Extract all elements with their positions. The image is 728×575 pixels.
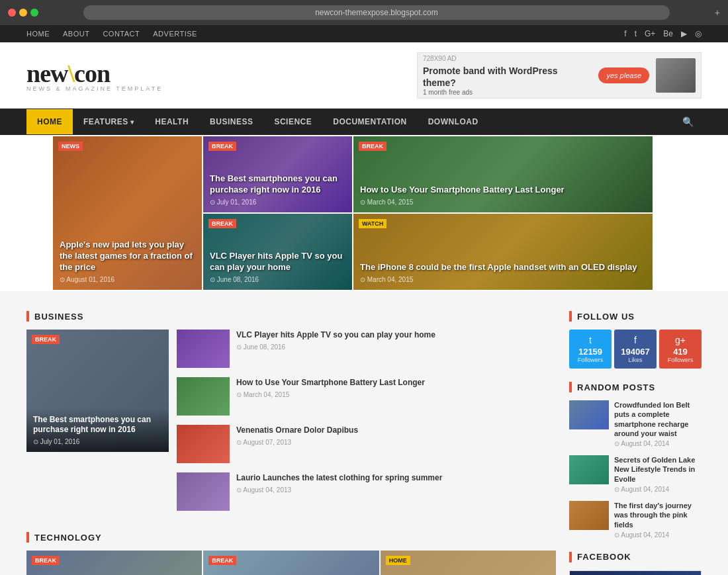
random-posts-title: RANDOM POSTS [577, 382, 655, 392]
follow-buttons: t 12159 Followers f 194067 Likes g+ 419 … [569, 330, 702, 369]
business-item-content-1: How to Use Your Smartphone Battery Last … [236, 377, 556, 416]
hero-badge-3: BREAK [208, 219, 236, 228]
nav-documentation[interactable]: DOCUMENTATION [322, 109, 417, 134]
nav-features[interactable]: FEATURES [73, 109, 144, 134]
random-title-2: The first day's journey was through the … [614, 501, 702, 529]
site-logo[interactable]: new\con NEWS & MAGAZINE TEMPLATE [26, 59, 163, 92]
content-area: BUSINESS BREAK The Best smartphones you … [0, 291, 728, 575]
business-item-title-3: Laurio Launches the latest clothing for … [236, 472, 556, 484]
hero-title-1: The Best smartphones you can purchase ri… [210, 173, 345, 196]
youtube-icon[interactable]: ▶ [681, 29, 687, 38]
business-thumb-1 [177, 377, 230, 416]
follow-section: FOLLOW US t 12159 Followers f 194067 Lik… [569, 311, 702, 369]
business-item-content-0: VLC Player hits Apple TV so you can play… [236, 330, 556, 368]
tech-section-title: TECHNOLOGY [34, 533, 102, 543]
minimize-dot[interactable] [19, 9, 27, 17]
hero-date-2: March 04, 2015 [360, 199, 646, 206]
twitter-label: Followers [572, 357, 609, 363]
hero-item-large[interactable]: NEWS Apple's new ipad lets you play the … [53, 136, 202, 290]
business-item-date-0: June 08, 2016 [236, 343, 556, 351]
facebook-widget-title: FACEBOOK [577, 552, 631, 562]
random-title-0: Crowdfunded Ion Belt puts a complete sma… [614, 400, 702, 438]
facebook-count: 194067 [617, 347, 654, 357]
browser-dots [8, 9, 38, 17]
address-bar[interactable]: newcon-themexpose.blogspot.com [83, 5, 670, 20]
business-list-item-0[interactable]: VLC Player hits Apple TV so you can play… [177, 330, 556, 368]
hero-item-3[interactable]: BREAK VLC Player hits Apple TV so you ca… [203, 214, 352, 290]
hero-date-3: June 08, 2016 [210, 276, 345, 283]
business-list-item-3[interactable]: Laurio Launches the latest clothing for … [177, 472, 556, 511]
hero-badge-2: BREAK [359, 142, 387, 151]
google-label: Followers [662, 357, 699, 363]
nav-science[interactable]: SCIENCE [263, 109, 322, 134]
section-bar-business [26, 311, 29, 322]
hero-overlay-4: The iPhone 8 could be the first Apple ha… [353, 255, 653, 290]
business-featured-item[interactable]: BREAK The Best smartphones you can purch… [26, 330, 169, 520]
hero-overlay-2: How to Use Your Smartphone Battery Last … [353, 178, 653, 212]
top-nav-contact[interactable]: CONTACT [103, 30, 140, 38]
hero-title-3: VLC Player hits Apple TV so you can play… [210, 251, 345, 273]
search-icon[interactable]: 🔍 [674, 109, 702, 135]
new-tab-button[interactable]: + [715, 7, 720, 18]
hero-item-1[interactable]: BREAK The Best smartphones you can purch… [203, 136, 352, 212]
business-section-title: BUSINESS [34, 312, 83, 322]
random-item-0[interactable]: Crowdfunded Ion Belt puts a complete sma… [569, 400, 702, 447]
facebook-icon[interactable]: f [624, 29, 626, 38]
hero-date-1: July 01, 2016 [210, 199, 345, 206]
maximize-dot[interactable] [30, 9, 38, 17]
logo-text: new\con [26, 59, 163, 88]
tech-badge-1: BREAK [208, 556, 236, 565]
ad-size-label: 728X90 AD [423, 55, 592, 62]
random-item-2[interactable]: The first day's journey was through the … [569, 501, 702, 539]
main-navigation: HOME FEATURES HEALTH BUSINESS SCIENCE DO… [0, 109, 728, 135]
top-nav-about[interactable]: ABOUT [63, 30, 89, 38]
close-dot[interactable] [8, 9, 16, 17]
business-thumb-2 [177, 425, 230, 463]
random-item-1[interactable]: Secrets of Golden Lake New Lifestyle Tre… [569, 455, 702, 493]
business-thumb-0 [177, 330, 230, 368]
header-ad-banner[interactable]: 728X90 AD Promote band with WordPress th… [417, 52, 702, 99]
hero-item-4[interactable]: WATCH The iPhone 8 could be the first Ap… [353, 214, 653, 290]
business-featured-date: ⊙ July 01, 2016 [33, 438, 162, 445]
facebook-follow-button[interactable]: f 194067 Likes [614, 330, 657, 369]
business-item-title-1: How to Use Your Smartphone Battery Last … [236, 377, 556, 388]
logo-tagline: NEWS & MAGAZINE TEMPLATE [26, 85, 163, 92]
nav-health[interactable]: HEALTH [144, 109, 199, 134]
ad-image [656, 58, 696, 93]
hero-item-2[interactable]: BREAK How to Use Your Smartphone Battery… [353, 136, 653, 212]
twitter-follow-button[interactable]: t 12159 Followers [569, 330, 612, 369]
top-nav-advertise[interactable]: ADVERTISE [153, 30, 197, 38]
section-bar-facebook [569, 552, 572, 562]
business-list-item-2[interactable]: Venenatis Ornare Dolor Dapibus August 07… [177, 425, 556, 463]
business-grid: BREAK The Best smartphones you can purch… [26, 330, 556, 520]
ad-headline: Promote band with WordPress theme? [423, 65, 592, 89]
ad-cta-button[interactable]: yes please [598, 67, 649, 83]
social-icons-top: f t G+ Be ▶ ◎ [624, 29, 702, 38]
top-bar: HOME ABOUT CONTACT ADVERTISE f t G+ Be ▶… [0, 25, 728, 42]
site-header: new\con NEWS & MAGAZINE TEMPLATE 728X90 … [0, 42, 728, 109]
section-bar-random [569, 382, 572, 392]
business-item-content-2: Venenatis Ornare Dolor Dapibus August 07… [236, 425, 556, 463]
twitter-icon[interactable]: t [635, 29, 637, 38]
instagram-icon[interactable]: ◎ [695, 29, 702, 38]
tech-item-0[interactable]: BREAK The Best smartphones you can purch… [26, 551, 202, 575]
googleplus-icon[interactable]: G+ [645, 29, 655, 38]
tech-item-1[interactable]: BREAK How to Use Your Smartphone Battery… [203, 551, 379, 575]
google-follow-button[interactable]: g+ 419 Followers [659, 330, 702, 369]
facebook-widget[interactable]: ThemeXpose TX 7,172 likes f Like Page Sh… [569, 570, 702, 575]
hero-date-0: August 01, 2016 [60, 276, 195, 283]
tech-item-2[interactable]: HOME Even the Celebrities Wanted to Dres… [381, 551, 556, 575]
nav-download[interactable]: DOWNLOAD [418, 109, 489, 134]
business-list-item-1[interactable]: How to Use Your Smartphone Battery Last … [177, 377, 556, 416]
business-section-header: BUSINESS [26, 311, 556, 322]
behance-icon[interactable]: Be [663, 29, 673, 38]
facebook-page-image: ThemeXpose TX 7,172 likes [570, 571, 701, 575]
top-nav-home[interactable]: HOME [26, 30, 50, 38]
hero-overlay-1: The Best smartphones you can purchase ri… [203, 167, 352, 212]
business-featured-badge: BREAK [32, 335, 60, 344]
nav-home[interactable]: HOME [26, 109, 73, 134]
random-title-1: Secrets of Golden Lake New Lifestyle Tre… [614, 455, 702, 484]
hero-section: NEWS Apple's new ipad lets you play the … [0, 135, 728, 291]
hero-grid: NEWS Apple's new ipad lets you play the … [53, 136, 675, 290]
nav-business[interactable]: BUSINESS [199, 109, 263, 134]
